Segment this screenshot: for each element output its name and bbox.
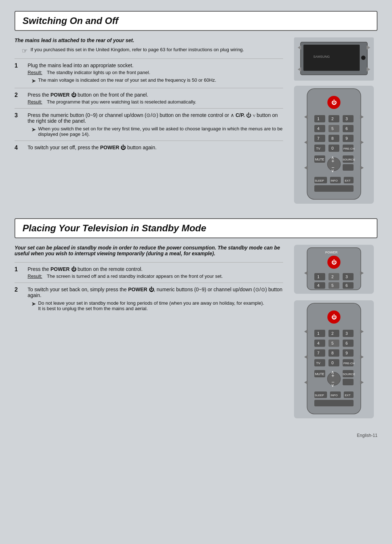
step-1-result: Result: The standby indicator lights up … [28,70,283,75]
svg-text:SAMSUNG: SAMSUNG [313,55,330,58]
step-2-result-text: The programme that you were watching las… [47,99,196,105]
arrow-icon-3: ➤ [31,126,36,137]
standby-remote-full-svg: ⏻ 1 2 3 4 5 6 7 8 [296,303,372,415]
step-3-number: 3 [15,112,22,137]
standby-step-1-result-text: The screen is turned off and a red stand… [47,273,223,279]
svg-rect-87 [328,340,339,347]
svg-rect-66 [343,273,354,280]
svg-rect-89 [343,340,354,347]
uk-note-text: If you purchased this set in the United … [30,47,244,55]
svg-marker-7 [367,67,370,72]
svg-text:9: 9 [346,136,348,141]
svg-rect-91 [314,349,325,357]
standby-arrow-line2: It is best to unplug the set from the ma… [38,306,264,311]
switching-main: The mains lead is attached to the rear o… [15,37,377,204]
svg-rect-85 [314,340,325,347]
svg-text:⏻: ⏻ [331,259,337,265]
standby-step-1-result-label: Result: [28,273,44,279]
step-2-bold: POWER ⏻ [50,92,76,98]
svg-marker-125 [360,380,364,385]
svg-rect-70 [328,282,339,289]
svg-rect-81 [328,330,339,337]
svg-text:TV: TV [316,361,320,365]
step-1: 1 Plug the mains lead into an appropriat… [15,58,283,88]
standby-step-1-result: Result: The screen is turned off and a r… [28,273,283,279]
svg-text:2: 2 [331,117,334,121]
svg-rect-99 [328,359,339,366]
standby-image-area: POWER ⏻ 1 2 3 4 5 6 [290,245,377,418]
svg-text:3: 3 [346,117,348,121]
uk-note: ☞ If you purchased this set in the Unite… [22,47,283,55]
standby-step-2-number: 2 [15,287,22,311]
svg-text:SOURCE: SOURCE [343,373,355,376]
step-4: 4 To switch your set off, press the POWE… [15,141,283,155]
svg-marker-123 [360,355,364,359]
svg-rect-27 [343,135,354,142]
svg-text:2: 2 [331,275,334,279]
standby-step-1-text: Press the POWER ⏻ button on the remote c… [28,266,283,272]
standby-step-1-number: 1 [15,266,22,279]
svg-text:4: 4 [317,341,319,345]
svg-text:MUTE: MUTE [315,158,324,161]
svg-text:⏻: ⏻ [331,314,337,320]
svg-marker-57 [360,166,364,170]
svg-rect-1 [303,45,360,71]
standby-step-2-text: To switch your set back on, simply press… [28,287,283,298]
svg-text:⏻: ⏻ [331,100,337,105]
step-2-result-label: Result: [28,99,44,105]
svg-text:5: 5 [331,126,334,131]
svg-rect-112 [343,379,354,385]
svg-text:8: 8 [331,351,334,355]
arrow-icon-1: ➤ [31,77,36,84]
tv-image: SAMSUNG [294,37,374,81]
svg-text:2: 2 [331,331,334,336]
svg-text:∨: ∨ [331,168,334,173]
svg-rect-17 [314,125,325,132]
svg-marker-5 [298,67,301,72]
svg-text:POWER: POWER [325,251,338,254]
standby-arrow-text: Do not leave your set in standby mode fo… [38,300,264,311]
svg-rect-119 [314,400,354,406]
svg-marker-74 [304,271,308,275]
tv-svg: SAMSUNG [297,40,371,77]
switching-image-area: SAMSUNG ⏻ 1 [290,37,377,204]
svg-text:9: 9 [346,351,348,355]
switching-content: The mains lead is attached to the rear o… [15,37,283,204]
svg-marker-53 [304,140,308,145]
svg-marker-54 [360,115,364,119]
svg-text:7: 7 [317,351,319,355]
step-3: 3 Press the numeric button (0~9) or chan… [15,108,283,141]
standby-step-1: 1 Press the POWER ⏻ button on the remote… [15,262,283,283]
step-3-arrow-text: When you switch the set on for the very … [38,126,283,137]
svg-rect-93 [328,349,339,357]
step-2-number: 2 [15,92,22,105]
step-1-content: Plug the mains lead into an appropriate … [28,62,283,84]
page-footer: English-11 [15,433,377,438]
standby-section: Placing Your Television in Standby Mode … [15,218,377,418]
standby-step-2-content: To switch your set back on, simply press… [28,287,283,311]
standby-step-2: 2 To switch your set back on, simply pre… [15,283,283,315]
svg-text:5: 5 [331,283,334,288]
svg-rect-83 [343,330,354,337]
standby-step-2-bold: POWER ⏻ [128,287,154,292]
svg-marker-6 [367,45,370,50]
svg-marker-122 [360,329,364,334]
step-1-arrow-text: The main voltage is indicated on the rea… [38,77,216,84]
standby-step-2-arrow: ➤ Do not leave your set in standby mode … [31,300,283,311]
standby-arrow-line1: Do not leave your set in standby mode fo… [38,300,264,306]
step-3-arrow: ➤ When you switch the set on for the ver… [31,126,283,137]
svg-point-2 [361,56,366,60]
switching-section: Switching On and Off The mains lead is a… [15,11,377,204]
svg-text:INFO: INFO [331,179,338,182]
svg-text:EXT: EXT [345,394,351,397]
svg-rect-23 [314,135,325,142]
remote-image-top: ⏻ 1 2 3 4 5 6 7 8 [294,86,374,204]
svg-text:SLEEP: SLEEP [315,179,324,182]
svg-text:6: 6 [346,341,348,345]
switching-title-box: Switching On and Off [15,11,377,31]
svg-text:∨: ∨ [331,383,334,388]
svg-rect-21 [343,125,354,132]
svg-text:0: 0 [331,146,334,150]
standby-content: Your set can be placed in standby mode i… [15,245,283,418]
svg-text:1: 1 [317,275,319,279]
